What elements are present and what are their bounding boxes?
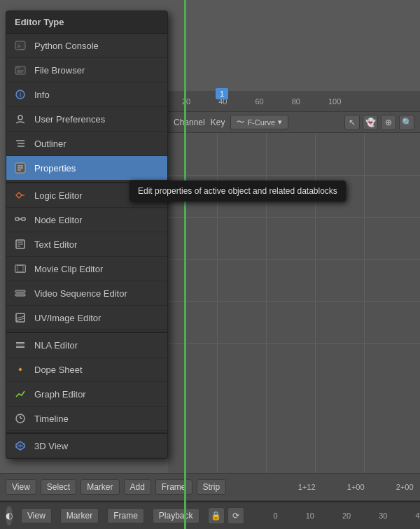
fn-2: 20 <box>342 512 351 520</box>
ruler-marks: 20 40 60 80 100 <box>168 97 341 106</box>
text-editor-icon <box>13 237 27 251</box>
playhead-line <box>184 0 186 529</box>
timeline-label: Timeline <box>34 414 69 424</box>
fcurve-label: F-Curve <box>247 118 275 127</box>
playback-btn[interactable]: Playback <box>153 508 200 523</box>
logic-editor-label: Logic Editor <box>34 190 83 201</box>
menu-item-graph-editor[interactable]: Graph Editor <box>6 382 167 407</box>
nla-editor-icon <box>13 338 27 352</box>
tnum-2: 2+00 <box>380 483 420 491</box>
menu-item-movie-clip[interactable]: Movie Clip Editor <box>6 257 167 281</box>
key-label: Key <box>211 118 225 127</box>
menu-item-nla-editor[interactable]: NLA Editor <box>6 332 167 358</box>
movie-clip-label: Movie Clip Editor <box>34 264 103 274</box>
fn-1: 10 <box>306 512 314 520</box>
svg-rect-17 <box>15 218 19 220</box>
frame-btn-bottom[interactable]: Frame <box>107 508 144 523</box>
frame-marker: 1 <box>216 88 228 99</box>
svg-rect-3 <box>15 66 20 69</box>
properties-label: Properties <box>34 163 76 174</box>
node-editor-icon <box>13 213 27 227</box>
frame-nums: 0 10 20 30 40 50 60 <box>274 512 420 520</box>
ruler-mark-4: 80 <box>292 97 300 106</box>
fn-3: 30 <box>379 512 387 520</box>
video-sequence-icon <box>13 286 27 300</box>
tnum-0: 1+12 <box>282 483 331 491</box>
toolbar-icons: ↖ 👻 ⊕ 🔍 <box>344 115 414 130</box>
menu-item-info[interactable]: i Info <box>6 83 167 107</box>
editor-type-menu: Editor Type >_ Python Console File Brows… <box>6 10 168 459</box>
ghost-icon[interactable]: 👻 <box>363 115 378 130</box>
fn-4: 40 <box>415 512 420 520</box>
view-btn-bottom[interactable]: View <box>21 508 52 523</box>
svg-rect-25 <box>15 265 18 272</box>
svg-rect-18 <box>22 218 25 220</box>
properties-icon <box>13 161 27 175</box>
3d-view-label: 3D View <box>34 441 68 451</box>
play-sync-icon[interactable]: ⟳ <box>227 507 244 524</box>
menu-item-node-editor[interactable]: Node Editor <box>6 208 167 232</box>
graph-editor-label: Graph Editor <box>34 389 86 400</box>
python-console-label: Python Console <box>34 41 99 51</box>
menu-header: Editor Type <box>6 11 167 34</box>
movie-clip-icon <box>13 262 27 276</box>
tooltip: Edit properties of active object and rel… <box>130 181 346 202</box>
info-label: Info <box>34 90 50 100</box>
menu-item-file-browser[interactable]: File Browser <box>6 58 167 83</box>
ruler-mark-1: 20 <box>182 97 190 106</box>
frame-btn[interactable]: Frame <box>155 479 192 495</box>
svg-rect-27 <box>15 290 25 292</box>
menu-item-outliner[interactable]: Outliner <box>6 132 167 156</box>
menu-item-text-editor[interactable]: Text Editor <box>6 232 167 257</box>
svg-line-31 <box>16 318 24 320</box>
ruler-mark-5: 100 <box>328 97 341 106</box>
grid-h-5 <box>168 343 420 344</box>
channel-label: Channel <box>174 118 205 127</box>
menu-item-user-preferences[interactable]: User Preferences <box>6 107 167 132</box>
menu-item-timeline[interactable]: Timeline <box>6 407 167 431</box>
menu-item-video-sequence[interactable]: Video Sequence Editor <box>6 281 167 306</box>
menu-item-uv-image[interactable]: UV/Image Editor <box>6 306 167 330</box>
info-icon: i <box>13 87 27 101</box>
view-btn-timeline[interactable]: View <box>6 479 36 495</box>
user-prefs-icon <box>13 112 27 126</box>
fcurve-dropdown-icon: ▾ <box>278 118 282 127</box>
bottom-timeline: View Select Marker Add Frame Strip 1+12 … <box>0 473 420 501</box>
file-browser-label: File Browser <box>34 65 85 76</box>
node-editor-label: Node Editor <box>34 215 83 225</box>
marker-btn-bottom[interactable]: Marker <box>60 508 99 523</box>
search-icon[interactable]: 🔍 <box>399 115 414 130</box>
fcurve-icon: 〜 <box>237 117 244 127</box>
svg-line-30 <box>16 316 24 318</box>
menu-item-python-console[interactable]: >_ Python Console <box>6 34 167 58</box>
fn-0: 0 <box>274 512 278 520</box>
dope-sheet-icon <box>13 362 27 376</box>
menu-item-dope-sheet[interactable]: Dope Sheet <box>6 358 167 382</box>
svg-text:i: i <box>20 91 21 99</box>
grid-v-4 <box>364 133 365 473</box>
user-prefs-label: User Preferences <box>34 114 105 125</box>
svg-rect-26 <box>23 265 25 272</box>
timeline-nums: 1+12 1+00 2+00 2+12 3+00 <box>282 483 420 491</box>
ruler-mark-3: 60 <box>255 97 264 106</box>
corner-icon[interactable]: ◐ <box>6 506 13 526</box>
menu-item-3d-view[interactable]: 3D View <box>6 432 167 458</box>
cursor-icon[interactable]: ↖ <box>344 115 360 130</box>
tooltip-text: Edit properties of active object and rel… <box>138 186 337 196</box>
very-bottom-bar: ◐ View Marker Frame Playback 🔒 ⟳ 0 10 20… <box>0 501 420 529</box>
dope-sheet-label: Dope Sheet <box>34 365 83 375</box>
logic-editor-icon <box>13 188 27 202</box>
text-editor-label: Text Editor <box>34 239 77 250</box>
grid-h-1 <box>168 175 420 176</box>
add-btn[interactable]: Add <box>124 479 151 495</box>
uv-image-icon <box>13 311 27 325</box>
menu-item-properties[interactable]: Properties <box>6 156 167 181</box>
select-btn[interactable]: Select <box>41 479 76 495</box>
play-lock-icon[interactable]: 🔒 <box>208 507 225 524</box>
marker-btn[interactable]: Marker <box>80 479 119 495</box>
channel-toolbar: Channel Key 〜 F-Curve ▾ ↖ 👻 ⊕ 🔍 <box>168 112 420 133</box>
fcurve-button[interactable]: 〜 F-Curve ▾ <box>230 115 288 129</box>
circle-icon[interactable]: ⊕ <box>381 115 396 130</box>
strip-btn[interactable]: Strip <box>197 479 227 495</box>
timeline-icon <box>13 411 27 425</box>
